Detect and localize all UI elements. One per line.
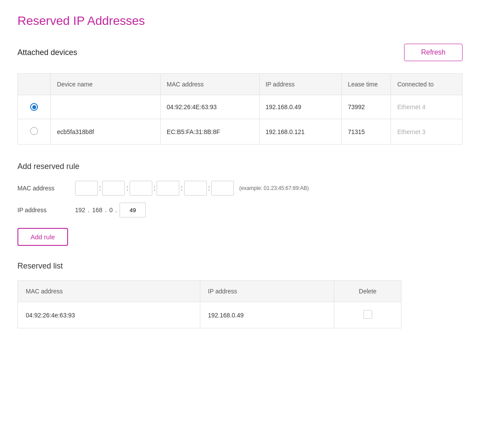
ip-0: 0 [110,207,113,214]
row-1-radio-cell[interactable] [18,119,51,145]
table-row: 04:92:26:4E:63:93192.168.0.4973992Ethern… [18,95,463,119]
col-header-ip: IP address [259,74,342,95]
mac-sep-5: : [208,184,210,192]
ip-dot-3: . [115,207,117,214]
ip-dot-1: . [88,207,89,214]
ip-prefix: 192 [75,207,85,214]
row-0-radio-cell[interactable] [18,95,51,119]
col-header-mac: MAC address [161,74,259,95]
reserved-row-0-mac: 04:92:26:4e:63:93 [18,302,200,328]
page-title: Reserved IP Addresses [17,14,463,28]
mac-inputs-group: : : : : : (example: 01:23:45:67:89:AB) [75,181,309,196]
row-1-lease: 71315 [342,119,391,145]
row-0-ip: 192.168.0.49 [259,95,342,119]
ip-168: 168 [92,207,102,214]
mac-address-row: MAC address : : : : : (example: 01:23:45… [17,181,463,196]
mac-sep-1: : [99,184,101,192]
row-1-device-name: ecb5fa318b8f [51,119,161,145]
add-rule-title: Add reserved rule [17,162,463,171]
reserved-list-row: 04:92:26:4e:63:93192.168.0.49 [18,302,401,328]
row-0-connected: Ethernet 4 [391,95,463,119]
ip-input-group: 192 . 168 . 0 . [75,203,146,217]
col-header-connected: Connected to [391,74,463,95]
reserved-col-ip: IP address [200,281,334,302]
mac-sep-2: : [126,184,128,192]
ip-dot-2: . [105,207,107,214]
mac-address-label: MAC address [17,185,70,192]
add-reserved-rule-section: Add reserved rule MAC address : : : : : … [17,162,463,262]
ip-address-label: IP address [17,207,70,214]
reserved-col-delete: Delete [334,281,401,302]
attached-devices-label: Attached devices [17,48,77,57]
reserved-list-section: Reserved list MAC address IP address Del… [17,262,463,328]
reserved-row-0-ip: 192.168.0.49 [200,302,334,328]
mac-sep-4: : [181,184,182,192]
mac-input-6[interactable] [211,181,234,196]
reserved-col-mac: MAC address [18,281,200,302]
mac-sep-3: : [154,184,155,192]
radio-empty[interactable] [30,127,38,135]
mac-input-4[interactable] [157,181,179,196]
row-0-device-name [51,95,161,119]
reserved-table: MAC address IP address Delete 04:92:26:4… [17,280,401,328]
row-1-mac: EC:B5:FA:31:8B:8F [161,119,259,145]
add-rule-button[interactable]: Add rule [17,228,68,246]
radio-selected[interactable] [30,103,38,111]
mac-example-text: (example: 01:23:45:67:89:AB) [239,185,309,191]
reserved-list-title: Reserved list [17,262,463,271]
devices-table: Device name MAC address IP address Lease… [17,73,463,145]
table-row: ecb5fa318b8fEC:B5:FA:31:8B:8F192.168.0.1… [18,119,463,145]
col-header-lease: Lease time [342,74,391,95]
mac-input-5[interactable] [184,181,207,196]
col-header-device: Device name [51,74,161,95]
delete-checkbox[interactable] [363,310,372,319]
reserved-row-0-delete-cell[interactable] [334,302,401,328]
refresh-button[interactable]: Refresh [404,44,463,61]
mac-input-3[interactable] [130,181,152,196]
ip-address-row: IP address 192 . 168 . 0 . [17,203,463,217]
row-0-lease: 73992 [342,95,391,119]
attached-devices-section: Attached devices Refresh [17,44,463,61]
mac-input-1[interactable] [75,181,98,196]
ip-last-input[interactable] [120,203,146,217]
row-1-connected: Ethernet 3 [391,119,463,145]
mac-input-2[interactable] [102,181,125,196]
col-header-radio [18,74,51,95]
row-0-mac: 04:92:26:4E:63:93 [161,95,259,119]
row-1-ip: 192.168.0.121 [259,119,342,145]
